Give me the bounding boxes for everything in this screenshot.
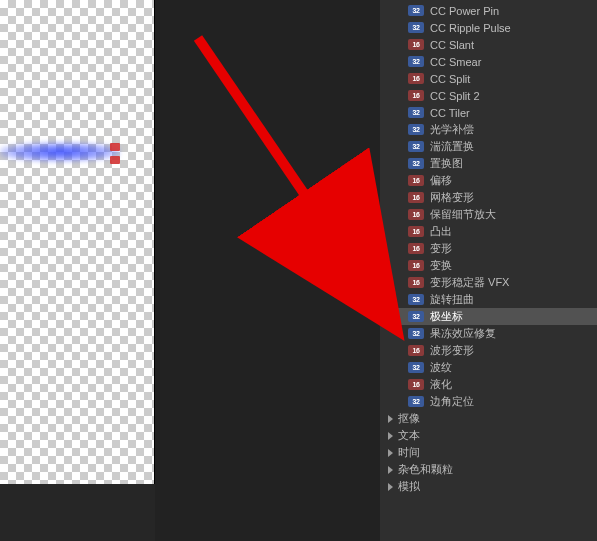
panel-gap — [155, 0, 380, 541]
effect-label: 果冻效应修复 — [430, 326, 496, 341]
disclosure-triangle-icon — [388, 432, 393, 440]
category-label: 抠像 — [398, 411, 420, 426]
disclosure-triangle-icon — [388, 449, 393, 457]
effect-label: CC Split 2 — [430, 90, 480, 102]
category-label: 文本 — [398, 428, 420, 443]
category-label: 杂色和颗粒 — [398, 462, 453, 477]
category-item[interactable]: 时间 — [380, 444, 597, 461]
effect-item[interactable]: 32极坐标 — [380, 308, 597, 325]
effect-label: CC Power Pin — [430, 5, 499, 17]
effect-item[interactable]: 16CC Split — [380, 70, 597, 87]
badge-16-icon: 16 — [408, 379, 424, 390]
badge-32-icon: 32 — [408, 362, 424, 373]
badge-16-icon: 16 — [408, 243, 424, 254]
category-item[interactable]: 模拟 — [380, 478, 597, 495]
effect-item[interactable]: 16波形变形 — [380, 342, 597, 359]
category-item[interactable]: 文本 — [380, 427, 597, 444]
category-label: 时间 — [398, 445, 420, 460]
effect-label: 光学补偿 — [430, 122, 474, 137]
disclosure-triangle-icon — [388, 483, 393, 491]
effects-presets-panel[interactable]: 32CC Power Pin32CC Ripple Pulse16CC Slan… — [380, 0, 597, 541]
badge-16-icon: 16 — [408, 209, 424, 220]
effect-label: 凸出 — [430, 224, 452, 239]
badge-16-icon: 16 — [408, 277, 424, 288]
effect-label: CC Slant — [430, 39, 474, 51]
effect-item[interactable]: 16CC Split 2 — [380, 87, 597, 104]
badge-32-icon: 32 — [408, 158, 424, 169]
badge-16-icon: 16 — [408, 90, 424, 101]
badge-16-icon: 16 — [408, 260, 424, 271]
effect-item[interactable]: 16保留细节放大 — [380, 206, 597, 223]
badge-32-icon: 32 — [408, 396, 424, 407]
badge-16-icon: 16 — [408, 192, 424, 203]
badge-16-icon: 16 — [408, 175, 424, 186]
effect-item[interactable]: 32CC Tiler — [380, 104, 597, 121]
effect-item[interactable]: 32CC Power Pin — [380, 2, 597, 19]
effect-label: 旋转扭曲 — [430, 292, 474, 307]
effect-label: 保留细节放大 — [430, 207, 496, 222]
effect-label: 边角定位 — [430, 394, 474, 409]
effect-item[interactable]: 16网格变形 — [380, 189, 597, 206]
effect-label: 波纹 — [430, 360, 452, 375]
handle-marker — [110, 143, 120, 151]
composition-viewer[interactable] — [0, 0, 155, 484]
category-item[interactable]: 杂色和颗粒 — [380, 461, 597, 478]
effect-item[interactable]: 32边角定位 — [380, 393, 597, 410]
effect-item[interactable]: 16变形稳定器 VFX — [380, 274, 597, 291]
effect-label: 置换图 — [430, 156, 463, 171]
blue-glow-layer — [0, 140, 120, 164]
badge-32-icon: 32 — [408, 294, 424, 305]
badge-32-icon: 32 — [408, 141, 424, 152]
effect-item[interactable]: 32果冻效应修复 — [380, 325, 597, 342]
effect-label: 变换 — [430, 258, 452, 273]
effect-item[interactable]: 16偏移 — [380, 172, 597, 189]
badge-32-icon: 32 — [408, 311, 424, 322]
effect-label: 湍流置换 — [430, 139, 474, 154]
badge-16-icon: 16 — [408, 39, 424, 50]
effect-item[interactable]: 32波纹 — [380, 359, 597, 376]
badge-32-icon: 32 — [408, 328, 424, 339]
handle-marker — [110, 156, 120, 164]
effect-item[interactable]: 32置换图 — [380, 155, 597, 172]
effect-item[interactable]: 16CC Slant — [380, 36, 597, 53]
badge-16-icon: 16 — [408, 226, 424, 237]
effect-item[interactable]: 16变换 — [380, 257, 597, 274]
badge-32-icon: 32 — [408, 22, 424, 33]
effect-label: CC Smear — [430, 56, 481, 68]
effect-label: CC Ripple Pulse — [430, 22, 511, 34]
badge-32-icon: 32 — [408, 56, 424, 67]
category-item[interactable]: 抠像 — [380, 410, 597, 427]
effect-label: 变形 — [430, 241, 452, 256]
effect-label: CC Split — [430, 73, 470, 85]
effect-label: 液化 — [430, 377, 452, 392]
effect-item[interactable]: 32旋转扭曲 — [380, 291, 597, 308]
effect-label: 变形稳定器 VFX — [430, 275, 509, 290]
effect-item[interactable]: 16凸出 — [380, 223, 597, 240]
effect-label: 波形变形 — [430, 343, 474, 358]
badge-16-icon: 16 — [408, 73, 424, 84]
effect-item[interactable]: 32CC Smear — [380, 53, 597, 70]
badge-16-icon: 16 — [408, 345, 424, 356]
effect-label: CC Tiler — [430, 107, 470, 119]
effect-item[interactable]: 32光学补偿 — [380, 121, 597, 138]
badge-32-icon: 32 — [408, 124, 424, 135]
badge-32-icon: 32 — [408, 107, 424, 118]
effect-label: 偏移 — [430, 173, 452, 188]
effect-item[interactable]: 32湍流置换 — [380, 138, 597, 155]
effect-label: 网格变形 — [430, 190, 474, 205]
disclosure-triangle-icon — [388, 466, 393, 474]
badge-32-icon: 32 — [408, 5, 424, 16]
effect-item[interactable]: 16变形 — [380, 240, 597, 257]
disclosure-triangle-icon — [388, 415, 393, 423]
category-label: 模拟 — [398, 479, 420, 494]
effect-item[interactable]: 32CC Ripple Pulse — [380, 19, 597, 36]
effect-label: 极坐标 — [430, 309, 463, 324]
effect-item[interactable]: 16液化 — [380, 376, 597, 393]
